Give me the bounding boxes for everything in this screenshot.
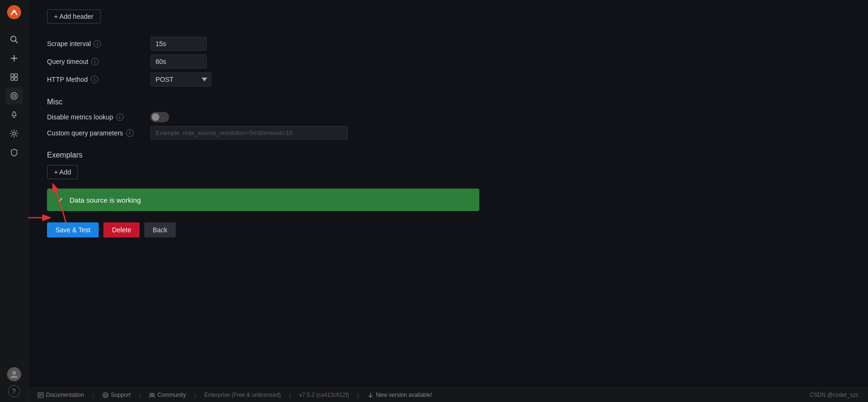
success-message: Data source is working: [70, 196, 141, 204]
svg-rect-9: [15, 78, 17, 80]
custom-query-label: Custom query parameters i: [47, 129, 150, 137]
add-exemplar-button[interactable]: + Add: [47, 165, 78, 179]
svg-point-21: [104, 394, 107, 396]
sidebar-item-explore[interactable]: [6, 87, 23, 104]
delete-button[interactable]: Delete: [103, 222, 139, 237]
query-timeout-row: Query timeout i: [47, 55, 479, 69]
app-logo[interactable]: [6, 4, 23, 21]
scrape-interval-input[interactable]: [150, 37, 207, 51]
save-test-button[interactable]: Save & Test: [47, 222, 99, 237]
query-timeout-input[interactable]: [150, 55, 207, 69]
footer-license: Enterprise (Free & unlicensed): [204, 392, 281, 398]
svg-point-1: [13, 10, 16, 13]
scrape-interval-info-icon[interactable]: i: [94, 40, 101, 47]
query-timeout-label: Query timeout i: [47, 58, 150, 65]
disable-metrics-row: Disable metrics lookup i: [47, 112, 479, 122]
disable-metrics-info-icon[interactable]: i: [116, 113, 124, 121]
sidebar-item-settings[interactable]: [6, 125, 23, 142]
svg-point-22: [150, 393, 152, 395]
svg-point-11: [13, 95, 16, 97]
scrape-interval-label: Scrape interval i: [47, 40, 150, 47]
footer-right-text: CSDN @coder_szc: [810, 392, 859, 398]
check-icon: ✓: [55, 195, 65, 205]
footer-version: v7.5.2 (ca413c612f): [299, 392, 349, 398]
help-icon[interactable]: ?: [8, 385, 20, 397]
svg-rect-7: [15, 74, 17, 77]
svg-rect-6: [11, 74, 14, 77]
add-header-button[interactable]: + Add header: [47, 9, 101, 24]
custom-query-row: Custom query parameters i: [47, 126, 479, 140]
http-method-select[interactable]: GET POST: [150, 72, 211, 87]
sidebar-item-add[interactable]: [6, 50, 23, 67]
svg-rect-8: [11, 78, 14, 80]
svg-point-10: [11, 93, 17, 99]
http-method-row: HTTP Method i GET POST: [47, 72, 479, 87]
svg-point-23: [152, 393, 155, 395]
footer: Documentation | Support | Community | En…: [28, 387, 868, 402]
svg-point-20: [103, 393, 108, 398]
footer-new-version-link[interactable]: New version available!: [368, 392, 432, 398]
footer-support-link[interactable]: Support: [102, 392, 131, 398]
documentation-icon: [38, 392, 44, 398]
svg-point-13: [12, 371, 16, 375]
main-content: + Add header Scrape interval i Query tim…: [28, 0, 868, 402]
disable-metrics-label: Disable metrics lookup i: [47, 113, 150, 121]
button-row-wrapper: Save & Test Delete Back: [47, 222, 479, 237]
new-version-icon: [368, 392, 374, 398]
misc-section-title: Misc: [47, 98, 479, 106]
action-buttons: Save & Test Delete Back: [47, 222, 479, 237]
sidebar-item-shield[interactable]: [6, 144, 23, 161]
svg-point-12: [13, 132, 16, 135]
custom-query-input[interactable]: [150, 126, 348, 140]
http-method-info-icon[interactable]: i: [91, 76, 98, 83]
community-icon: [149, 392, 155, 398]
sidebar-item-alerts[interactable]: [6, 106, 23, 123]
success-banner: ✓ Data source is working: [47, 189, 479, 211]
footer-documentation-link[interactable]: Documentation: [38, 392, 84, 398]
avatar[interactable]: [7, 367, 21, 381]
back-button[interactable]: Back: [144, 222, 176, 237]
svg-line-3: [15, 41, 17, 43]
support-icon: [102, 392, 109, 398]
query-timeout-info-icon[interactable]: i: [91, 58, 99, 65]
custom-query-info-icon[interactable]: i: [126, 129, 133, 137]
sidebar-item-search[interactable]: [6, 31, 23, 48]
http-method-label: HTTP Method i: [47, 76, 150, 83]
sidebar: ?: [0, 0, 28, 402]
exemplars-section-title: Exemplars: [47, 151, 479, 159]
sidebar-item-dashboards[interactable]: [6, 69, 23, 86]
disable-metrics-toggle[interactable]: [150, 112, 169, 122]
footer-community-link[interactable]: Community: [149, 392, 186, 398]
scrape-interval-row: Scrape interval i: [47, 37, 479, 51]
